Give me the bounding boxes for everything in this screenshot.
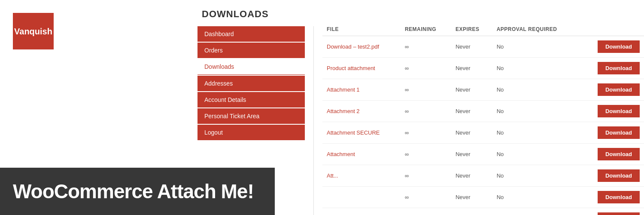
sidebar-item-account-details[interactable]: Account Details: [197, 92, 305, 108]
sidebar-nav: DashboardOrdersDownloadsAddressesAccount…: [197, 26, 305, 141]
cell-remaining-0: ∞: [401, 36, 451, 58]
cell-download-7: Download: [580, 187, 644, 208]
table-row: Attachment 2∞NeverNoDownload: [322, 101, 644, 122]
cell-file-5: Attachment: [322, 144, 401, 165]
cell-file-6: Att...: [322, 165, 401, 187]
col-header-0: FILE: [322, 26, 401, 36]
cell-approval-8: No: [492, 208, 580, 215]
banner-text: WooCommerce Attach Me!: [13, 180, 254, 203]
cell-approval-1: No: [492, 58, 580, 79]
cell-expires-5: Never: [451, 144, 492, 165]
download-button-4[interactable]: Download: [598, 126, 640, 139]
table-area: FILEREMAININGEXPIRESAPPROVAL REQUIRED Do…: [322, 26, 644, 215]
table-row: Download – test2.pdf∞NeverNoDownload: [322, 36, 644, 58]
table-row: Attachment SECURE∞NeverNoDownload: [322, 122, 644, 144]
download-button-3[interactable]: Download: [598, 105, 640, 117]
download-button-6[interactable]: Download: [598, 169, 640, 182]
sidebar-item-personal-ticket-area[interactable]: Personal Ticket Area: [197, 108, 305, 124]
cell-file-4: Attachment SECURE: [322, 122, 401, 144]
download-button-7[interactable]: Download: [598, 191, 640, 203]
table-body: Download – test2.pdf∞NeverNoDownloadProd…: [322, 36, 644, 215]
cell-download-3: Download: [580, 101, 644, 122]
cell-expires-2: Never: [451, 79, 492, 101]
table-row: ∞NeverNoDownload: [322, 187, 644, 208]
cell-download-2: Download: [580, 79, 644, 101]
cell-expires-1: Never: [451, 58, 492, 79]
sidebar-item-logout[interactable]: Logout: [197, 125, 305, 140]
cell-expires-8: Never: [451, 208, 492, 215]
col-header-2: EXPIRES: [451, 26, 492, 36]
cell-approval-3: No: [492, 101, 580, 122]
cell-approval-5: No: [492, 144, 580, 165]
table-row: Att...∞NeverNoDownload: [322, 165, 644, 187]
cell-expires-6: Never: [451, 165, 492, 187]
cell-download-6: Download: [580, 165, 644, 187]
cell-download-0: Download: [580, 36, 644, 58]
cell-download-1: Download: [580, 58, 644, 79]
cell-approval-7: No: [492, 187, 580, 208]
cell-remaining-8: ∞: [401, 208, 451, 215]
table-row: Order attachment∞NeverNoDownload: [322, 208, 644, 215]
table-row: Product attachment∞NeverNoDownload: [322, 58, 644, 79]
cell-file-8: Order attachment: [322, 208, 401, 215]
cell-remaining-5: ∞: [401, 144, 451, 165]
table-row: Attachment 1∞NeverNoDownload: [322, 79, 644, 101]
divider: [313, 26, 314, 215]
logo: Vanquish: [13, 13, 54, 49]
sidebar-item-orders[interactable]: Orders: [197, 43, 305, 58]
cell-download-8: Download: [580, 208, 644, 215]
logo-text: Vanquish: [14, 26, 52, 37]
cell-remaining-7: ∞: [401, 187, 451, 208]
section-title: DOWNLOADS: [197, 9, 644, 20]
cell-remaining-6: ∞: [401, 165, 451, 187]
download-button-1[interactable]: Download: [598, 62, 640, 74]
cell-expires-3: Never: [451, 101, 492, 122]
cell-approval-4: No: [492, 122, 580, 144]
cell-expires-0: Never: [451, 36, 492, 58]
col-header-3: APPROVAL REQUIRED: [492, 26, 580, 36]
cell-approval-0: No: [492, 36, 580, 58]
cell-remaining-2: ∞: [401, 79, 451, 101]
cell-approval-2: No: [492, 79, 580, 101]
cell-file-1: Product attachment: [322, 58, 401, 79]
sidebar-item-dashboard[interactable]: Dashboard: [197, 26, 305, 42]
bottom-banner: WooCommerce Attach Me!: [0, 168, 275, 215]
downloads-table: FILEREMAININGEXPIRESAPPROVAL REQUIRED Do…: [322, 26, 644, 215]
cell-file-3: Attachment 2: [322, 101, 401, 122]
table-row: Attachment∞NeverNoDownload: [322, 144, 644, 165]
table-header-row: FILEREMAININGEXPIRESAPPROVAL REQUIRED: [322, 26, 644, 36]
cell-remaining-1: ∞: [401, 58, 451, 79]
download-button-5[interactable]: Download: [598, 148, 640, 160]
cell-download-5: Download: [580, 144, 644, 165]
cell-approval-6: No: [492, 165, 580, 187]
table-header: FILEREMAININGEXPIRESAPPROVAL REQUIRED: [322, 26, 644, 36]
download-button-8[interactable]: Download: [598, 212, 640, 215]
sidebar-item-addresses[interactable]: Addresses: [197, 76, 305, 91]
cell-file-7: [322, 187, 401, 208]
cell-expires-7: Never: [451, 187, 492, 208]
download-button-0[interactable]: Download: [598, 40, 640, 53]
col-header-1: REMAINING: [401, 26, 451, 36]
cell-remaining-3: ∞: [401, 101, 451, 122]
cell-download-4: Download: [580, 122, 644, 144]
download-button-2[interactable]: Download: [598, 83, 640, 96]
cell-remaining-4: ∞: [401, 122, 451, 144]
cell-file-0: Download – test2.pdf: [322, 36, 401, 58]
sidebar-item-downloads[interactable]: Downloads: [197, 59, 305, 75]
col-header-4: [580, 26, 644, 36]
cell-expires-4: Never: [451, 122, 492, 144]
cell-file-2: Attachment 1: [322, 79, 401, 101]
